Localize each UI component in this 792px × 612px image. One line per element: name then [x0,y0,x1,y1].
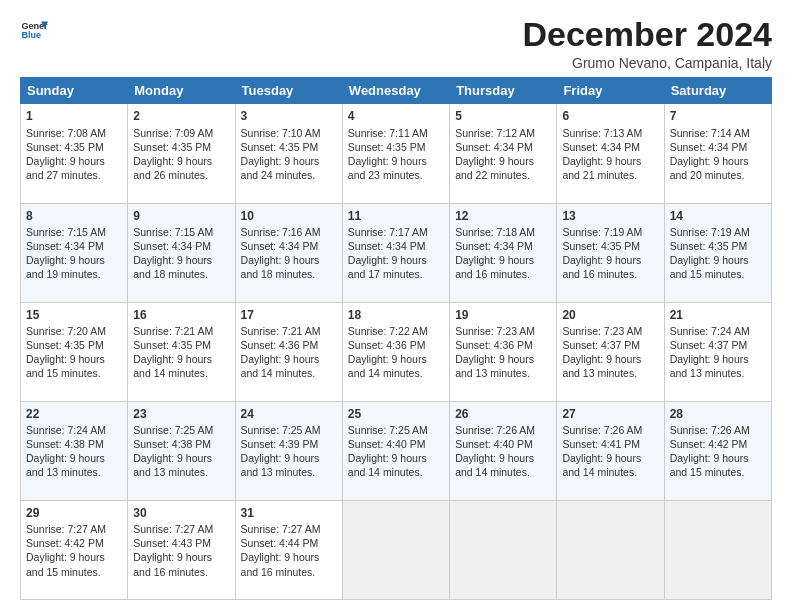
day-number: 25 [348,406,444,422]
sunrise-text: Sunrise: 7:26 AM [562,424,642,436]
table-row: 5Sunrise: 7:12 AMSunset: 4:34 PMDaylight… [450,104,557,203]
daylight-text: Daylight: 9 hours and 26 minutes. [133,155,212,181]
day-number: 11 [348,208,444,224]
sunset-text: Sunset: 4:42 PM [26,537,104,549]
sunset-text: Sunset: 4:43 PM [133,537,211,549]
sunset-text: Sunset: 4:34 PM [26,240,104,252]
sunrise-text: Sunrise: 7:26 AM [455,424,535,436]
day-number: 8 [26,208,122,224]
sunset-text: Sunset: 4:39 PM [241,438,319,450]
sunrise-text: Sunrise: 7:08 AM [26,127,106,139]
table-row: 14Sunrise: 7:19 AMSunset: 4:35 PMDayligh… [664,203,771,302]
table-row: 17Sunrise: 7:21 AMSunset: 4:36 PMDayligh… [235,302,342,401]
calendar-body: 1Sunrise: 7:08 AMSunset: 4:35 PMDaylight… [21,104,772,600]
sunset-text: Sunset: 4:35 PM [133,141,211,153]
table-row: 24Sunrise: 7:25 AMSunset: 4:39 PMDayligh… [235,401,342,500]
daylight-text: Daylight: 9 hours and 16 minutes. [455,254,534,280]
daylight-text: Daylight: 9 hours and 13 minutes. [562,353,641,379]
day-number: 16 [133,307,229,323]
day-number: 3 [241,108,337,124]
sunset-text: Sunset: 4:44 PM [241,537,319,549]
table-row: 23Sunrise: 7:25 AMSunset: 4:38 PMDayligh… [128,401,235,500]
table-row: 12Sunrise: 7:18 AMSunset: 4:34 PMDayligh… [450,203,557,302]
sunrise-text: Sunrise: 7:25 AM [133,424,213,436]
sunset-text: Sunset: 4:35 PM [241,141,319,153]
sunrise-text: Sunrise: 7:19 AM [562,226,642,238]
daylight-text: Daylight: 9 hours and 16 minutes. [133,551,212,577]
sunset-text: Sunset: 4:38 PM [133,438,211,450]
daylight-text: Daylight: 9 hours and 15 minutes. [670,452,749,478]
daylight-text: Daylight: 9 hours and 13 minutes. [670,353,749,379]
table-row: 26Sunrise: 7:26 AMSunset: 4:40 PMDayligh… [450,401,557,500]
sunset-text: Sunset: 4:37 PM [670,339,748,351]
day-number: 6 [562,108,658,124]
sunset-text: Sunset: 4:42 PM [670,438,748,450]
table-row: 16Sunrise: 7:21 AMSunset: 4:35 PMDayligh… [128,302,235,401]
calendar-week-row: 22Sunrise: 7:24 AMSunset: 4:38 PMDayligh… [21,401,772,500]
table-row: 22Sunrise: 7:24 AMSunset: 4:38 PMDayligh… [21,401,128,500]
table-row: 1Sunrise: 7:08 AMSunset: 4:35 PMDaylight… [21,104,128,203]
sunrise-text: Sunrise: 7:20 AM [26,325,106,337]
sunset-text: Sunset: 4:37 PM [562,339,640,351]
sunrise-text: Sunrise: 7:21 AM [241,325,321,337]
day-number: 23 [133,406,229,422]
sunrise-text: Sunrise: 7:21 AM [133,325,213,337]
day-number: 15 [26,307,122,323]
daylight-text: Daylight: 9 hours and 14 minutes. [455,452,534,478]
day-number: 13 [562,208,658,224]
daylight-text: Daylight: 9 hours and 13 minutes. [133,452,212,478]
daylight-text: Daylight: 9 hours and 16 minutes. [241,551,320,577]
sunrise-text: Sunrise: 7:12 AM [455,127,535,139]
daylight-text: Daylight: 9 hours and 14 minutes. [133,353,212,379]
table-row: 18Sunrise: 7:22 AMSunset: 4:36 PMDayligh… [342,302,449,401]
col-friday: Friday [557,78,664,104]
table-row: 7Sunrise: 7:14 AMSunset: 4:34 PMDaylight… [664,104,771,203]
day-number: 21 [670,307,766,323]
daylight-text: Daylight: 9 hours and 13 minutes. [241,452,320,478]
day-number: 28 [670,406,766,422]
daylight-text: Daylight: 9 hours and 22 minutes. [455,155,534,181]
daylight-text: Daylight: 9 hours and 15 minutes. [26,551,105,577]
col-monday: Monday [128,78,235,104]
table-row: 27Sunrise: 7:26 AMSunset: 4:41 PMDayligh… [557,401,664,500]
table-row: 11Sunrise: 7:17 AMSunset: 4:34 PMDayligh… [342,203,449,302]
sunset-text: Sunset: 4:36 PM [455,339,533,351]
sunset-text: Sunset: 4:34 PM [670,141,748,153]
sunrise-text: Sunrise: 7:18 AM [455,226,535,238]
day-number: 22 [26,406,122,422]
table-row: 19Sunrise: 7:23 AMSunset: 4:36 PMDayligh… [450,302,557,401]
daylight-text: Daylight: 9 hours and 20 minutes. [670,155,749,181]
sunset-text: Sunset: 4:38 PM [26,438,104,450]
calendar-week-row: 15Sunrise: 7:20 AMSunset: 4:35 PMDayligh… [21,302,772,401]
sunset-text: Sunset: 4:34 PM [241,240,319,252]
table-row: 4Sunrise: 7:11 AMSunset: 4:35 PMDaylight… [342,104,449,203]
day-number: 20 [562,307,658,323]
calendar-header-row: Sunday Monday Tuesday Wednesday Thursday… [21,78,772,104]
table-row: 25Sunrise: 7:25 AMSunset: 4:40 PMDayligh… [342,401,449,500]
col-tuesday: Tuesday [235,78,342,104]
table-row: 20Sunrise: 7:23 AMSunset: 4:37 PMDayligh… [557,302,664,401]
col-sunday: Sunday [21,78,128,104]
sunrise-text: Sunrise: 7:24 AM [670,325,750,337]
day-number: 9 [133,208,229,224]
logo: General Blue [20,16,48,44]
calendar-week-row: 1Sunrise: 7:08 AMSunset: 4:35 PMDaylight… [21,104,772,203]
table-row: 3Sunrise: 7:10 AMSunset: 4:35 PMDaylight… [235,104,342,203]
table-row: 30Sunrise: 7:27 AMSunset: 4:43 PMDayligh… [128,500,235,599]
sunrise-text: Sunrise: 7:17 AM [348,226,428,238]
table-row: 28Sunrise: 7:26 AMSunset: 4:42 PMDayligh… [664,401,771,500]
daylight-text: Daylight: 9 hours and 16 minutes. [562,254,641,280]
daylight-text: Daylight: 9 hours and 27 minutes. [26,155,105,181]
logo-icon: General Blue [20,16,48,44]
day-number: 5 [455,108,551,124]
table-row: 21Sunrise: 7:24 AMSunset: 4:37 PMDayligh… [664,302,771,401]
sunrise-text: Sunrise: 7:26 AM [670,424,750,436]
table-row: 9Sunrise: 7:15 AMSunset: 4:34 PMDaylight… [128,203,235,302]
calendar-week-row: 29Sunrise: 7:27 AMSunset: 4:42 PMDayligh… [21,500,772,599]
day-number: 1 [26,108,122,124]
sunset-text: Sunset: 4:35 PM [348,141,426,153]
day-number: 30 [133,505,229,521]
sunset-text: Sunset: 4:35 PM [562,240,640,252]
sunset-text: Sunset: 4:34 PM [455,141,533,153]
daylight-text: Daylight: 9 hours and 13 minutes. [26,452,105,478]
